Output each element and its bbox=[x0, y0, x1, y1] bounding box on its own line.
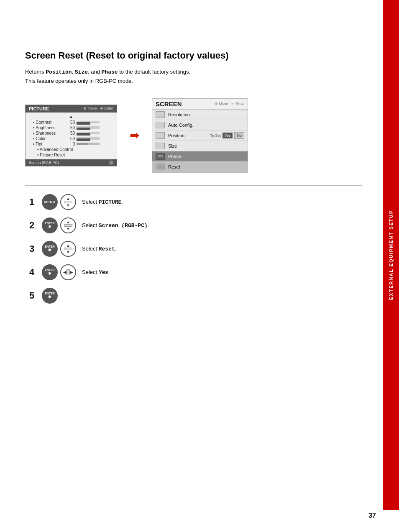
screen-row-position: Position To Set Yes No bbox=[152, 130, 248, 141]
menu-row-contrast: • Contrast 50 bbox=[26, 120, 117, 125]
step-5: 5 ENTER ✱ bbox=[29, 288, 362, 304]
arrow-icon: ➡ bbox=[130, 128, 139, 142]
nav-lr-button-4[interactable]: ◀ ▶ bbox=[60, 264, 76, 280]
page-title: Screen Reset (Reset to original factory … bbox=[25, 50, 362, 61]
enter-button-5[interactable]: ENTER ✱ bbox=[42, 288, 58, 304]
ui-demo: PICTURE ⊕ Move ⊕ Enter ▲ • Contrast 50 •… bbox=[25, 98, 362, 173]
step-3: 3 ENTER ✱ ▲ ▼ Select Reset. bbox=[29, 241, 362, 257]
step-3-text: Select Reset. bbox=[82, 246, 116, 252]
menu-row-brightness: • Brightness 50 bbox=[26, 125, 117, 130]
picture-panel-footer: Screen (RGB-PC) bbox=[26, 159, 117, 166]
sidebar-label: EXTERNAL EQUIPMENT SETUP bbox=[389, 210, 394, 300]
screen-row-autoconfig: Auto Config. bbox=[152, 120, 248, 130]
menu-row-sharpness: • Sharpness 50 bbox=[26, 130, 117, 136]
description: Returns Position, Size, and Phase to the… bbox=[25, 68, 362, 86]
screen-row-size: Size bbox=[152, 141, 248, 151]
screen-row-reset: ⊙ Reset bbox=[152, 162, 248, 172]
screen-row-resolution: Resolution bbox=[152, 110, 248, 120]
yes-button[interactable]: Yes bbox=[223, 133, 233, 138]
menu-row-color: • Color 50 bbox=[26, 136, 117, 141]
picture-panel-title: PICTURE bbox=[29, 106, 49, 111]
picture-panel-body: ▲ • Contrast 50 • Brightness 50 • Sharpn… bbox=[26, 113, 117, 158]
step-4-text: Select Yes. bbox=[82, 269, 110, 275]
divider bbox=[25, 185, 362, 186]
step-2: 2 ENTER ✱ ▲ ▼ Select Screen (RGB-PC). bbox=[29, 217, 362, 233]
enter-button-2[interactable]: ENTER ✱ bbox=[42, 217, 58, 233]
menu-row-advanced: • Advanced Control bbox=[26, 147, 117, 152]
steps-container: 1 MENU ▲ ▼ Select PICTURE. 2 ENTER ✱ bbox=[29, 194, 362, 304]
step-1-text: Select PICTURE. bbox=[82, 199, 123, 205]
no-button[interactable]: No bbox=[234, 132, 244, 139]
screen-panel-header: SCREEN ⊕ Move ↩ Prev. bbox=[152, 99, 248, 110]
menu-button-1[interactable]: MENU bbox=[42, 194, 58, 210]
menu-row-tint: • Tint 0 bbox=[26, 141, 117, 147]
enter-button-4[interactable]: ENTER ✱ bbox=[42, 264, 58, 280]
nav-button-2[interactable]: ▲ ▼ bbox=[60, 217, 76, 233]
screen-panel: SCREEN ⊕ Move ↩ Prev. Resolution Auto Co… bbox=[152, 98, 248, 173]
picture-panel: PICTURE ⊕ Move ⊕ Enter ▲ • Contrast 50 •… bbox=[25, 105, 117, 166]
screen-row-phase: 100 Phase bbox=[152, 151, 248, 162]
picture-panel-header: PICTURE ⊕ Move ⊕ Enter bbox=[26, 105, 117, 113]
step-1: 1 MENU ▲ ▼ Select PICTURE. bbox=[29, 194, 362, 210]
nav-button-3[interactable]: ▲ ▼ bbox=[60, 241, 76, 257]
screen-panel-title: SCREEN bbox=[156, 100, 182, 107]
sidebar: EXTERNAL EQUIPMENT SETUP bbox=[383, 0, 399, 510]
page-number: 37 bbox=[368, 512, 376, 519]
menu-row-picture-reset: • Picture Reset bbox=[26, 152, 117, 158]
step-2-text: Select Screen (RGB-PC). bbox=[82, 222, 149, 229]
enter-button-3[interactable]: ENTER ✱ bbox=[42, 241, 58, 257]
nav-button-1[interactable]: ▲ ▼ bbox=[60, 194, 76, 210]
step-4: 4 ENTER ✱ ◀ ▶ Select Yes. bbox=[29, 264, 362, 280]
